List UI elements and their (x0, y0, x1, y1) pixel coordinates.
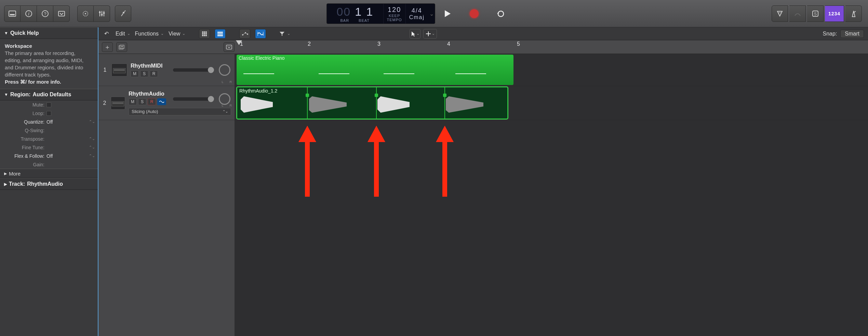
volume-slider[interactable] (173, 68, 214, 72)
region-loop-checkbox[interactable] (46, 111, 51, 116)
svg-rect-6 (58, 11, 65, 16)
master-volume-button[interactable] (772, 5, 788, 22)
track-panel-value: RhythmAudio (27, 181, 63, 187)
region-transpose-label: Transpose: (0, 136, 44, 142)
region-flexfollow-value[interactable]: Off (46, 153, 87, 159)
lcd-timesig: 4/4 (412, 7, 422, 14)
info-button[interactable]: i (21, 5, 37, 22)
instrument-icon[interactable] (111, 64, 127, 76)
svg-point-13 (101, 14, 103, 15)
transient-marker[interactable] (307, 87, 308, 118)
ruler-bar-1: 1 (240, 41, 243, 47)
annotation-arrow (302, 126, 313, 197)
filter-button[interactable]: ⌄ (279, 31, 290, 37)
smart-controls-button[interactable] (77, 5, 94, 22)
flex-mode-select[interactable]: Slicing (Auto)⌃⌄ (129, 108, 231, 115)
transient-marker[interactable] (376, 87, 377, 118)
region-mute-checkbox[interactable] (46, 102, 51, 107)
svg-text:?: ? (44, 11, 46, 16)
pan-knob[interactable] (219, 93, 230, 105)
track-name[interactable]: RhythmMIDI (131, 63, 162, 69)
ruler[interactable]: 1 2 3 4 5 (235, 40, 868, 54)
snap-value[interactable]: Smart (840, 30, 864, 38)
region-more-toggle[interactable]: ▶ More (0, 169, 98, 178)
region-quantize-label: Quantize: (0, 119, 44, 125)
stepper-icon[interactable]: ⌃⌄ (89, 120, 95, 124)
quick-help-title: Quick Help (10, 30, 39, 36)
tuner-button[interactable] (789, 5, 806, 22)
list-view-button[interactable] (215, 29, 226, 39)
secondary-tool[interactable]: ⌄ (423, 29, 437, 39)
solo-button[interactable]: S (140, 70, 148, 77)
svg-rect-44 (114, 69, 125, 71)
mute-button[interactable]: M (131, 70, 139, 77)
stepper-icon[interactable]: ⌃⌄ (89, 137, 95, 141)
audio-region[interactable]: RhythmAudio_1.2 (237, 87, 508, 119)
lcd-beat: 1 (366, 5, 373, 18)
track-panel-header[interactable]: ▶ Track: RhythmAudio (0, 178, 98, 190)
svg-text:+: + (121, 45, 123, 48)
quick-help-header[interactable]: ▼ Quick Help (0, 27, 98, 39)
volume-slider[interactable] (173, 97, 214, 101)
record-button[interactable] (464, 6, 484, 21)
edit-menu[interactable]: Edit⌄ (116, 31, 130, 37)
record-enable-button[interactable]: R (150, 70, 158, 77)
region-loop-label: Loop: (0, 111, 44, 116)
midi-region[interactable]: Classic Electric Piano (237, 55, 513, 85)
toolbar-button[interactable] (53, 5, 70, 22)
metronome-button[interactable] (845, 5, 862, 22)
library-button[interactable] (4, 5, 21, 22)
instrument-icon[interactable] (111, 97, 125, 110)
track-header-2[interactable]: 2 RhythmAudio M S R Slicing (Auto)⌃⌄ (98, 86, 235, 120)
play-button[interactable] (437, 6, 458, 21)
region-gain-label: Gain: (0, 162, 44, 167)
solo-button[interactable]: S (138, 98, 146, 105)
add-track-button[interactable]: ＋ (102, 42, 113, 52)
flex-button[interactable] (255, 29, 266, 39)
lcd-display[interactable]: 00 1 1 BAR BEAT 120 KEEP TEMPO 4/4 Cmaj … (326, 3, 435, 24)
lcd-bar-prefix: 00 (336, 5, 351, 18)
transient-marker[interactable] (444, 87, 445, 118)
svg-rect-22 (205, 31, 207, 33)
region-panel-prefix: Region: (10, 92, 31, 98)
count-in-button[interactable]: 1234 (825, 5, 844, 22)
mute-button[interactable]: M (129, 98, 137, 105)
track-number: 2 (102, 100, 107, 106)
lcd-beat-label: BEAT (359, 18, 370, 23)
svg-rect-42 (226, 45, 232, 49)
cycle-button[interactable] (491, 6, 511, 21)
region-quantize-value[interactable]: Off (46, 119, 87, 125)
track-header-1[interactable]: 1 RhythmMIDI M S R LR (98, 54, 235, 86)
view-menu[interactable]: View⌄ (169, 31, 185, 37)
region-panel-header[interactable]: ▼ Region: Audio Defaults (0, 89, 98, 100)
help-button[interactable]: ? (37, 5, 53, 22)
region-title: Classic Electric Piano (239, 55, 285, 61)
mixer-button[interactable] (94, 5, 110, 22)
svg-rect-31 (217, 35, 223, 36)
grid-view-button[interactable] (199, 29, 210, 39)
flex-enable-button[interactable] (157, 98, 166, 105)
global-tracks-button[interactable] (224, 42, 235, 52)
pan-knob[interactable] (219, 64, 230, 76)
stepper-icon[interactable]: ⌃⌄ (89, 154, 95, 158)
ruler-bar-5: 5 (517, 41, 520, 47)
svg-point-14 (103, 12, 105, 14)
track-name[interactable]: RhythmAudio (129, 91, 231, 97)
annotation-arrow (439, 126, 451, 197)
record-enable-button[interactable]: R (148, 98, 156, 105)
functions-menu[interactable]: Functions⌄ (135, 31, 164, 37)
svg-rect-26 (202, 35, 203, 36)
back-button[interactable]: ↶ (102, 29, 111, 39)
editors-button[interactable] (115, 5, 131, 22)
svg-point-8 (85, 13, 86, 14)
pointer-tool[interactable]: ⌄ (410, 29, 420, 39)
solo-button[interactable]: S (807, 5, 824, 22)
duplicate-track-button[interactable]: + (116, 42, 127, 52)
stepper-icon[interactable]: ⌃⌄ (89, 145, 95, 150)
track-number: 1 (102, 67, 108, 73)
automation-button[interactable] (239, 29, 250, 39)
lcd-dropdown[interactable]: ⌄ (428, 4, 435, 24)
track-panel-prefix: Track: (9, 181, 25, 187)
lcd-bar: 1 (355, 5, 362, 18)
chevron-down-icon: ▼ (4, 92, 8, 97)
